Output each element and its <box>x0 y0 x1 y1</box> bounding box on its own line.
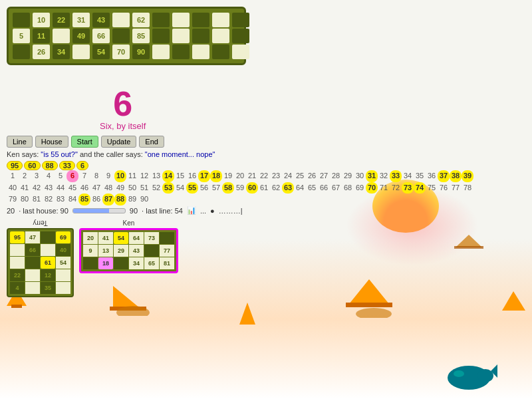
number-item: 35 <box>414 170 426 182</box>
ken-prefix: Ken says: <box>7 150 41 158</box>
number-item: 36 <box>426 170 438 182</box>
number-item: 90 <box>138 194 150 205</box>
bingo-cell: 10 <box>33 13 50 27</box>
number-item: 37 <box>438 170 450 182</box>
number-item: 77 <box>450 182 462 194</box>
small-cell: 54 <box>56 257 70 269</box>
bingo-cell <box>72 45 90 59</box>
small-cell <box>41 231 55 243</box>
number-item: 78 <box>462 182 473 194</box>
progress-bar[interactable] <box>72 208 126 213</box>
number-item: 6 <box>66 170 78 182</box>
number-item: 88 <box>114 194 126 205</box>
small-cell <box>56 269 70 281</box>
small-cell: 29 <box>114 245 128 257</box>
number-item: 44 <box>55 182 66 194</box>
update-button[interactable]: Update <box>101 136 136 148</box>
number-item: 24 <box>282 170 294 182</box>
bingo-cell <box>192 29 209 43</box>
terry-label: Terry <box>7 219 74 227</box>
number-item: 73 <box>402 182 414 194</box>
svg-marker-8 <box>456 235 482 247</box>
number-item: 67 <box>330 182 342 194</box>
number-item: 3 <box>31 170 43 182</box>
small-cell: 41 <box>98 232 113 244</box>
number-item: 55 <box>186 182 198 194</box>
end-button[interactable]: End <box>139 136 164 148</box>
number-item: 59 <box>234 182 246 194</box>
number-row: 4041424344454647484950515253545556575859… <box>7 182 473 194</box>
bingo-cell: 5 <box>13 29 30 43</box>
bingo-cell <box>192 13 209 27</box>
number-item: 52 <box>150 182 162 194</box>
number-item: 38 <box>450 170 462 182</box>
bingo-cell <box>172 45 190 59</box>
number-item: 89 <box>126 194 138 205</box>
svg-rect-9 <box>454 246 483 249</box>
number-item: 29 <box>342 170 354 182</box>
bingo-cell: 49 <box>72 29 90 43</box>
number-item: 11 <box>126 170 138 182</box>
small-cell: 43 <box>129 245 144 257</box>
number-item: 23 <box>270 170 282 182</box>
number-item: 28 <box>330 170 342 182</box>
number-item: 33 <box>390 170 402 182</box>
small-cell <box>25 269 40 281</box>
main-bingo-card: 10223143625114966852634547090 <box>7 7 246 65</box>
small-cell: 65 <box>144 257 159 269</box>
number-item: 16 <box>186 170 198 182</box>
small-cell <box>114 257 128 269</box>
number-item: 7 <box>78 170 90 182</box>
small-cell: 12 <box>41 269 55 281</box>
ken-bingo-card: 204154647391329437718346581 <box>79 228 178 273</box>
number-item: 19 <box>222 170 234 182</box>
bingo-cell: 22 <box>53 13 70 27</box>
caller-answer: "one moment... nope" <box>145 150 215 158</box>
number-item: 62 <box>270 182 282 194</box>
number-item: 18 <box>210 170 222 182</box>
bingo-cell: 26 <box>33 45 50 59</box>
land-2 <box>356 306 392 318</box>
svg-point-14 <box>116 306 150 316</box>
bingo-cell: 54 <box>92 45 110 59</box>
small-cell: 95 <box>10 231 25 243</box>
house-button[interactable]: House <box>35 136 68 148</box>
bingo-cell: 43 <box>92 13 110 27</box>
number-item: 60 <box>246 182 258 194</box>
small-cell <box>10 244 25 256</box>
number-item: 5 <box>55 170 66 182</box>
whale <box>446 352 499 392</box>
number-item: 86 <box>90 194 102 205</box>
small-cell: 81 <box>160 257 174 269</box>
ken-says-text: Ken says: "is 55 out?" and the caller sa… <box>7 150 215 158</box>
ken-question: "is 55 out?" <box>41 150 78 158</box>
number-item: 58 <box>222 182 234 194</box>
status-chart-icon: 📊 <box>187 206 196 215</box>
number-item: 45 <box>66 182 78 194</box>
status-90: 90 <box>130 207 138 215</box>
bingo-cell <box>112 13 130 27</box>
number-item: 17 <box>198 170 210 182</box>
status-circle: ● <box>210 207 215 215</box>
svg-marker-5 <box>349 279 389 304</box>
called-numbers-row: 956088336 <box>7 161 88 170</box>
number-item: 13 <box>150 170 162 182</box>
called-number-badge: 60 <box>24 161 40 170</box>
number-item: 26 <box>306 170 318 182</box>
number-item: 22 <box>258 170 270 182</box>
number-item: 31 <box>366 170 378 182</box>
number-item: 10 <box>114 170 126 182</box>
start-button[interactable]: Start <box>71 136 98 148</box>
number-item: 51 <box>138 182 150 194</box>
small-cell <box>83 257 98 269</box>
status-last-house: · last house: 90 <box>19 207 68 215</box>
number-item: 71 <box>378 182 390 194</box>
line-button[interactable]: Line <box>7 136 33 148</box>
svg-point-15 <box>356 308 392 318</box>
boat-3 <box>236 299 259 326</box>
bingo-cell <box>53 29 70 43</box>
progress-fill <box>73 209 110 213</box>
bingo-cell <box>192 45 209 59</box>
svg-point-13 <box>454 370 464 377</box>
number-item: 54 <box>174 182 186 194</box>
